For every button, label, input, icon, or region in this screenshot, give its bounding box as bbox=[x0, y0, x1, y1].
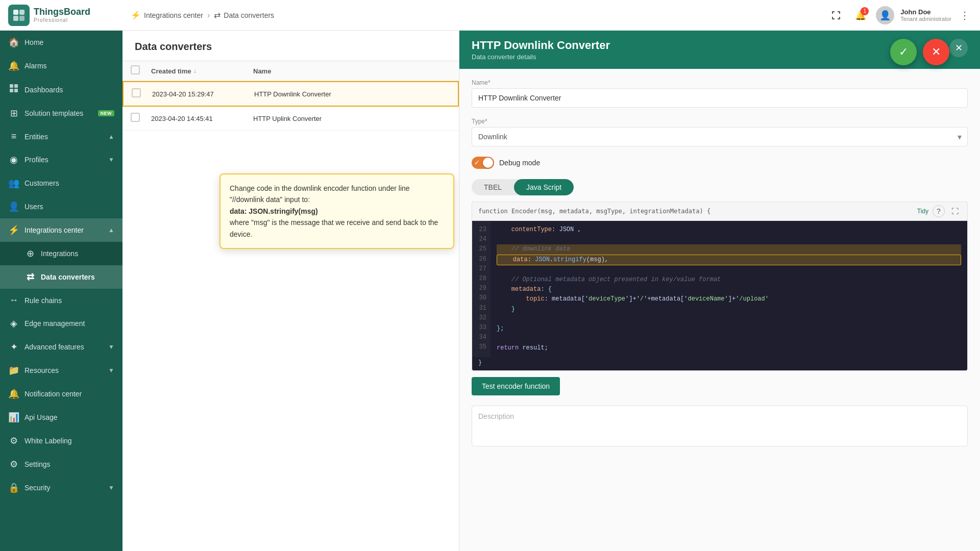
row-time-cell: 2023-04-20 15:29:47 bbox=[152, 90, 254, 98]
breadcrumb-data-converters-label: Data converters bbox=[224, 11, 274, 19]
type-select-wrapper: Downlink Uplink ▾ bbox=[472, 127, 968, 146]
sidebar-item-alarms[interactable]: 🔔 Alarms bbox=[0, 54, 122, 78]
test-encoder-button[interactable]: Test encoder function bbox=[472, 377, 560, 395]
tidy-button[interactable]: Tidy bbox=[917, 208, 928, 215]
alarms-icon: 🔔 bbox=[8, 60, 19, 71]
more-menu-button[interactable]: ⋮ bbox=[958, 7, 972, 23]
select-all-col bbox=[131, 65, 151, 77]
type-field-group: Type* Downlink Uplink ▾ bbox=[472, 118, 968, 146]
debug-mode-toggle[interactable]: ✓ bbox=[472, 157, 494, 169]
row-time-cell: 2023-04-20 14:45:41 bbox=[151, 115, 253, 122]
sidebar-item-white-labeling[interactable]: ⚙ White Labeling bbox=[0, 429, 122, 453]
sidebar-item-edge-management[interactable]: ◈ Edge management bbox=[0, 312, 122, 335]
fullscreen-button[interactable] bbox=[827, 6, 845, 24]
data-converters-sub-icon: ⇄ bbox=[24, 271, 36, 283]
sidebar-item-label: Security bbox=[24, 484, 103, 492]
detail-body: Name* Type* Downlink Uplink ▾ bbox=[459, 69, 980, 551]
new-badge: NEW bbox=[98, 110, 115, 116]
sidebar-item-label: Dashboards bbox=[24, 86, 114, 94]
breadcrumb-integrations[interactable]: ⚡ Integrations center bbox=[131, 10, 203, 20]
sidebar-item-label: Rule chains bbox=[24, 296, 114, 305]
name-header: Name bbox=[253, 67, 451, 75]
advanced-features-icon: ✦ bbox=[8, 341, 19, 353]
sidebar-item-customers[interactable]: 👥 Customers bbox=[0, 171, 122, 195]
code-line-32 bbox=[497, 314, 961, 324]
sidebar-item-users[interactable]: 👤 Users bbox=[0, 195, 122, 218]
expand-icon: ▲ bbox=[108, 133, 114, 140]
sidebar-item-settings[interactable]: ⚙ Settings bbox=[0, 453, 122, 476]
code-block: 23 24 25 26 27 28 29 30 31 32 33 34 bbox=[472, 220, 968, 371]
svg-rect-3 bbox=[19, 16, 24, 21]
table-header: Data converters bbox=[122, 31, 459, 61]
sidebar-item-home[interactable]: 🏠 Home bbox=[0, 31, 122, 54]
detail-title: HTTP Downlink Converter bbox=[472, 39, 610, 52]
sidebar-item-integrations[interactable]: ⊕ Integrations bbox=[0, 242, 122, 265]
debug-mode-label: Debug mode bbox=[499, 159, 540, 167]
svg-rect-6 bbox=[10, 89, 13, 92]
code-line-25: // downlink data bbox=[497, 244, 961, 254]
row-checkbox[interactable] bbox=[131, 113, 140, 122]
integrations-sub-icon: ⊕ bbox=[24, 248, 36, 259]
code-help-button[interactable]: ? bbox=[933, 205, 945, 217]
select-all-checkbox[interactable] bbox=[131, 65, 140, 74]
avatar-icon: 👤 bbox=[879, 10, 891, 21]
sidebar-item-profiles[interactable]: ◉ Profiles ▼ bbox=[0, 148, 122, 171]
customers-icon: 👥 bbox=[8, 178, 19, 189]
type-select[interactable]: Downlink Uplink bbox=[472, 127, 968, 146]
code-line-34 bbox=[497, 334, 961, 343]
code-expand-button[interactable]: ⛶ bbox=[949, 205, 961, 217]
sidebar-item-data-converters[interactable]: ⇄ Data converters bbox=[0, 265, 122, 289]
notification-center-icon: 🔔 bbox=[8, 388, 19, 399]
svg-rect-1 bbox=[19, 10, 24, 15]
tooltip-text-bold: data: JSON.stringify(msg) bbox=[230, 207, 318, 215]
sidebar-item-dashboards[interactable]: Dashboards bbox=[0, 78, 122, 102]
svg-rect-5 bbox=[14, 84, 18, 88]
code-line-26: data: JSON.stringify(msg), bbox=[497, 255, 961, 265]
breadcrumb-data-converters[interactable]: ⇄ Data converters bbox=[214, 10, 274, 20]
sidebar-item-security[interactable]: 🔒 Security ▼ bbox=[0, 476, 122, 499]
sidebar-item-label: Customers bbox=[24, 179, 114, 187]
name-input[interactable] bbox=[472, 88, 968, 108]
code-line-35: return result; bbox=[497, 343, 961, 353]
name-label: Name bbox=[253, 67, 271, 75]
sidebar-item-label: Resources bbox=[24, 366, 103, 374]
app-logo-icon bbox=[8, 5, 30, 26]
top-header: ThingsBoard Professional ⚡ Integrations … bbox=[0, 0, 980, 31]
user-name: John Doe bbox=[900, 8, 951, 16]
row-name-cell: HTTP Uplink Converter bbox=[253, 115, 451, 122]
close-button[interactable]: ✕ bbox=[949, 39, 968, 57]
tab-tbel[interactable]: TBEL bbox=[472, 179, 514, 195]
row-checkbox[interactable] bbox=[132, 88, 141, 97]
sidebar-item-integrations-center[interactable]: ⚡ Integrations center ▲ bbox=[0, 218, 122, 242]
code-line-29: metadata: { bbox=[497, 285, 961, 294]
row-name-cell: HTTP Downlink Converter bbox=[254, 90, 450, 98]
confirm-button[interactable]: ✓ bbox=[890, 39, 917, 65]
header-right: 🔔 1 👤 John Doe Tenant administrator ⋮ bbox=[827, 6, 972, 24]
sidebar-item-solution-templates[interactable]: ⊞ Solution templates NEW bbox=[0, 102, 122, 125]
tooltip-text-plain2: where "msg" is the message that we recei… bbox=[230, 218, 438, 238]
cancel-button[interactable]: ✕ bbox=[923, 39, 949, 65]
code-function-sig: function Encoder(msg, metadata, msgType,… bbox=[478, 208, 710, 215]
sidebar-item-api-usage[interactable]: 📊 Api Usage bbox=[0, 406, 122, 429]
toggle-thumb bbox=[483, 158, 493, 168]
fab-group: ✓ ✕ bbox=[890, 39, 949, 65]
debug-toggle-group: ✓ Debug mode bbox=[472, 157, 968, 169]
detail-title-area: HTTP Downlink Converter Data converter d… bbox=[472, 39, 610, 61]
sidebar-item-resources[interactable]: 📁 Resources ▼ bbox=[0, 359, 122, 382]
table-row[interactable]: 2023-04-20 14:45:41 HTTP Uplink Converte… bbox=[122, 107, 459, 131]
created-time-header[interactable]: Created time ↓ bbox=[151, 67, 253, 75]
users-icon: 👤 bbox=[8, 201, 19, 212]
sidebar-item-advanced-features[interactable]: ✦ Advanced features ▼ bbox=[0, 335, 122, 359]
tooltip-text-plain: Change code in the downlink encoder func… bbox=[230, 184, 410, 204]
white-labeling-icon: ⚙ bbox=[8, 435, 19, 446]
tab-javascript[interactable]: Java Script bbox=[514, 179, 574, 195]
table-panel: Data converters Created time ↓ Name 20 bbox=[122, 31, 459, 551]
svg-rect-7 bbox=[14, 89, 18, 92]
sidebar-item-notification-center[interactable]: 🔔 Notification center bbox=[0, 382, 122, 406]
sidebar-item-rule-chains[interactable]: ↔ Rule chains bbox=[0, 289, 122, 312]
description-area[interactable]: Description bbox=[472, 406, 968, 446]
table-row[interactable]: 2023-04-20 15:29:47 HTTP Downlink Conver… bbox=[122, 81, 459, 107]
row-checkbox-cell bbox=[131, 113, 151, 124]
notifications-button[interactable]: 🔔 1 bbox=[851, 6, 870, 24]
sidebar-item-entities[interactable]: ≡ Entities ▲ bbox=[0, 125, 122, 148]
